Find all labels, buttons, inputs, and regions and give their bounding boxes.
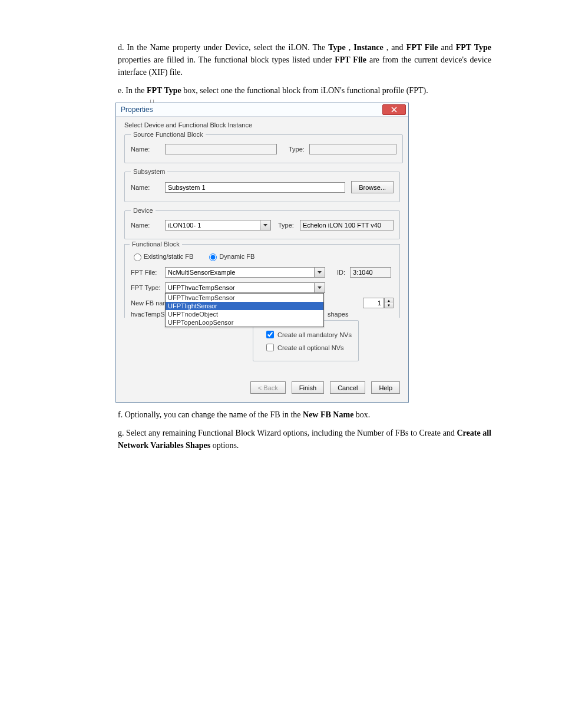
titlebar: Properties: [116, 103, 408, 117]
fpt-type-option[interactable]: UFPTopenLoopSensor: [166, 318, 323, 327]
chevron-down-icon[interactable]: [314, 267, 325, 278]
fpt-file-label: FPT File:: [131, 269, 165, 276]
sfb-name-input: [165, 144, 277, 154]
device-name-combo[interactable]: [165, 220, 271, 230]
dialog-title: Properties: [121, 106, 153, 114]
fpt-type-dropdown[interactable]: UFPThvacTempSensor UFPTlightSensor UFPTn…: [165, 293, 324, 327]
help-button[interactable]: Help: [371, 381, 400, 394]
paragraph-f: f. Optionally, you can change the name o…: [118, 409, 491, 421]
chevron-down-icon[interactable]: [260, 220, 271, 230]
fpt-file-combo[interactable]: [165, 267, 325, 278]
device-type-input: [300, 220, 394, 230]
fb-legend: Functional Block: [130, 241, 182, 248]
spin-up-icon[interactable]: ▲: [385, 298, 393, 303]
paragraph-e: e. In the FPT Type box, select one the f…: [118, 84, 491, 97]
id-label: ID:: [337, 269, 345, 276]
truncated-text: hvacTempS: [131, 311, 165, 318]
device-legend: Device: [131, 207, 156, 214]
device-name-label: Name:: [131, 222, 165, 229]
close-icon: [391, 107, 397, 113]
subsystem-legend: Subsystem: [131, 168, 167, 175]
chk-optional-nvs[interactable]: Create all optional NVs: [264, 342, 352, 353]
finish-button[interactable]: Finish: [292, 381, 324, 394]
fpt-type-input[interactable]: [165, 282, 314, 293]
fpt-type-option[interactable]: UFPThvacTempSensor: [166, 294, 323, 302]
sfb-type-label: Type:: [289, 146, 305, 153]
chevron-down-icon[interactable]: [314, 282, 325, 293]
subsystem-name-input[interactable]: [165, 182, 345, 193]
sfb-type-input: [309, 144, 396, 154]
dialog-subtitle: Select Device and Functional Block Insta…: [124, 121, 400, 129]
id-input: [350, 267, 391, 278]
fpt-file-input[interactable]: [165, 267, 314, 278]
device-type-label: Type:: [278, 222, 294, 229]
source-functional-block-group: Source Functional Block Name: Type:: [124, 131, 403, 163]
fpt-type-option[interactable]: UFPTnodeObject: [166, 310, 323, 318]
back-button: < Back: [250, 381, 286, 394]
chk-mandatory-nvs[interactable]: Create all mandatory NVs: [264, 329, 352, 340]
fpt-type-label: FPT Type:: [131, 284, 165, 291]
spin-down-icon[interactable]: ▼: [385, 303, 393, 308]
fb-count-input[interactable]: [363, 298, 384, 308]
radio-dynamic[interactable]: Dynamic FB: [206, 252, 254, 261]
functional-block-group: Functional Block Existing/static FB Dyna…: [124, 244, 400, 318]
subsystem-name-label: Name:: [131, 184, 165, 191]
source-fb-legend: Source Functional Block: [131, 131, 206, 138]
paragraph-g: g. Select any remaining Functional Block…: [118, 427, 491, 452]
properties-dialog: Properties Select Device and Functional …: [115, 103, 409, 403]
fpt-type-combo[interactable]: UFPThvacTempSensor UFPTlightSensor UFPTn…: [165, 282, 325, 293]
new-fb-name-label: New FB nam: [131, 299, 165, 307]
close-button[interactable]: [382, 104, 406, 115]
browse-button[interactable]: Browse...: [351, 181, 394, 193]
fpt-type-option[interactable]: UFPTlightSensor: [166, 302, 323, 310]
subsystem-group: Subsystem Name: Browse...: [124, 168, 400, 202]
cancel-button[interactable]: Cancel: [330, 381, 365, 394]
shapes-text: shapes: [324, 311, 394, 318]
sfb-name-label: Name:: [131, 146, 165, 153]
device-name-input[interactable]: [165, 220, 260, 230]
dialog-buttons: < Back Finish Cancel Help: [124, 381, 400, 394]
paragraph-d: d. In the Name property under Device, se…: [118, 41, 491, 78]
radio-existing-static[interactable]: Existing/static FB: [131, 252, 193, 261]
device-group: Device Name: Type:: [124, 207, 400, 239]
fb-count-spinner[interactable]: ▲ ▼: [384, 298, 394, 308]
